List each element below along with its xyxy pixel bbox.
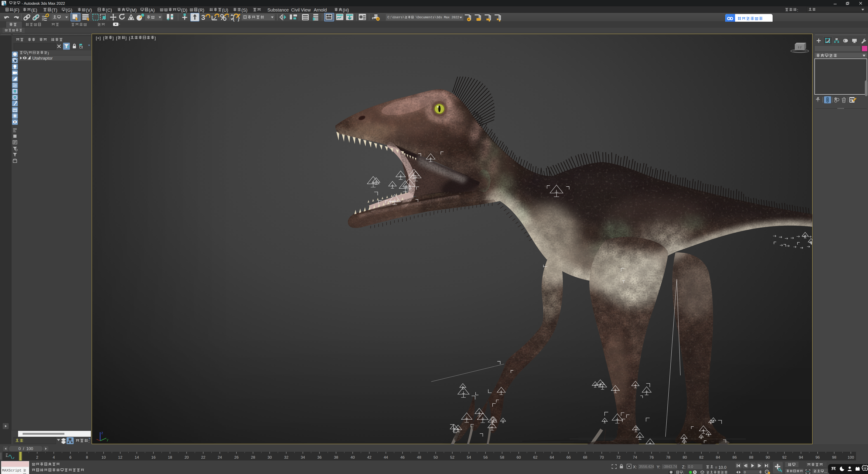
svg-text:24: 24 [218,455,222,460]
svg-text:62: 62 [533,455,537,460]
svg-text:86: 86 [733,455,737,460]
svg-text:30: 30 [268,455,272,460]
svg-text:100: 100 [848,455,854,460]
svg-text:60: 60 [517,455,521,460]
svg-text:40: 40 [350,455,355,460]
svg-text:72: 72 [616,455,620,460]
svg-text:88: 88 [749,455,753,460]
svg-text:68: 68 [583,455,587,460]
svg-text:94: 94 [799,455,803,460]
svg-text:y: y [107,438,108,441]
svg-text:44: 44 [384,455,388,460]
svg-text:58: 58 [500,455,504,460]
svg-text:50: 50 [434,455,438,460]
svg-text:84: 84 [716,455,720,460]
svg-text:{: { [232,13,235,22]
svg-text:14: 14 [135,455,139,460]
svg-text:6: 6 [69,455,71,460]
svg-text:90: 90 [766,455,770,460]
svg-text:74: 74 [633,455,637,460]
svg-text:20: 20 [184,455,189,460]
svg-text:66: 66 [566,455,571,460]
svg-text:36: 36 [317,455,322,460]
svg-text:34: 34 [301,455,305,460]
svg-text:78: 78 [666,455,670,460]
svg-text:48: 48 [417,455,421,460]
svg-text:96: 96 [815,455,820,460]
svg-text:92: 92 [782,455,786,460]
svg-text:28: 28 [251,455,255,460]
svg-text:32: 32 [284,455,288,460]
svg-text:26: 26 [235,455,239,460]
svg-text:76: 76 [649,455,654,460]
svg-text:56: 56 [483,455,488,460]
svg-text:4: 4 [53,455,55,460]
svg-text:16: 16 [151,455,156,460]
svg-text:82: 82 [699,455,704,460]
svg-text:12: 12 [118,455,122,460]
svg-text:80: 80 [683,455,687,460]
svg-text:46: 46 [400,455,405,460]
svg-text:8: 8 [86,455,88,460]
svg-text:22: 22 [201,455,206,460]
svg-text:10: 10 [101,455,106,460]
svg-text:98: 98 [832,455,836,460]
svg-text:z: z [101,431,103,435]
svg-text:18: 18 [168,455,172,460]
svg-text:52: 52 [450,455,455,460]
svg-text:54: 54 [467,455,471,460]
svg-text:2: 2 [36,455,38,460]
svg-text:64: 64 [550,455,554,460]
svg-text:42: 42 [367,455,371,460]
svg-text:38: 38 [334,455,338,460]
svg-text:3: 3 [201,13,205,21]
svg-text:70: 70 [600,455,604,460]
